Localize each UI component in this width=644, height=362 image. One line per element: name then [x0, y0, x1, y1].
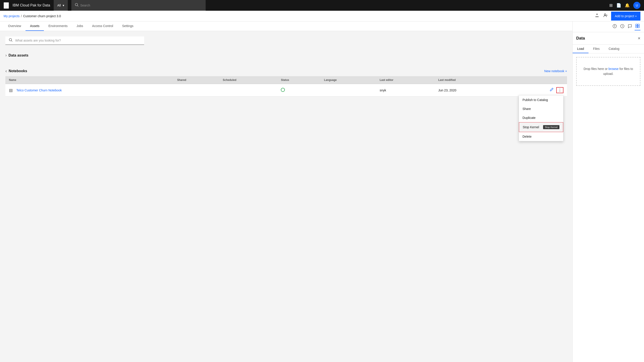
panel-close-button[interactable]: ×	[638, 36, 640, 41]
table-header: Name Shared Scheduled Status Language La…	[5, 76, 567, 84]
tab-access-control[interactable]: Access Control	[88, 21, 118, 31]
section-actions: New notebook +	[544, 69, 567, 73]
svg-rect-16	[636, 26, 637, 28]
context-share[interactable]: Share	[519, 104, 563, 113]
notebook-editor-cell: snyk	[376, 84, 435, 97]
svg-line-4	[78, 5, 78, 6]
tab-settings[interactable]: Settings	[118, 21, 138, 31]
right-panel: Data × Load Files Catalog Drop files her…	[572, 21, 644, 362]
notebook-name-cell: ▤ Telco Customer Churn Notebook	[5, 84, 174, 97]
search-all-dropdown[interactable]: All ▾	[54, 0, 68, 11]
notebook-actions-cell: ⋮ Publish to Catalog Share	[506, 84, 567, 97]
notebooks-header: ‹ Notebooks New notebook +	[5, 66, 567, 76]
app-title: IBM Cloud Pak for Data	[12, 3, 50, 7]
panel-history-icon[interactable]	[620, 23, 625, 30]
drop-zone-text1: Drop files here or	[584, 67, 608, 71]
data-assets-section: › Data assets	[5, 50, 567, 60]
notebook-modified-cell: Jun 23, 2020	[434, 84, 506, 97]
context-publish-to-catalog[interactable]: Publish to Catalog	[519, 95, 563, 104]
upload-icon[interactable]	[594, 12, 600, 19]
panel-title: Data	[576, 36, 585, 41]
notebook-shared-cell	[174, 84, 219, 97]
notebooks-title: Notebooks	[9, 69, 27, 73]
svg-rect-0	[4, 3, 8, 4]
data-assets-chevron: ›	[5, 53, 7, 58]
context-duplicate[interactable]: Duplicate	[519, 113, 563, 122]
right-panel-topbar	[572, 21, 644, 32]
topbar-icons: ⊞ 📄 🔔 U	[609, 2, 640, 9]
col-scheduled: Scheduled	[219, 76, 278, 84]
svg-point-12	[614, 25, 615, 25]
col-actions	[506, 76, 567, 84]
col-last-modified: Last modified	[434, 76, 506, 84]
asset-search-box[interactable]	[5, 36, 144, 45]
context-stop-kernel[interactable]: Stop Kernel Stop Kernel	[519, 122, 563, 132]
panel-tab-catalog[interactable]: Catalog	[604, 45, 624, 53]
panel-content: Drop files here or browse for files to u…	[572, 53, 644, 362]
col-last-editor: Last editor	[376, 76, 435, 84]
svg-line-9	[12, 41, 12, 41]
add-user-icon[interactable]	[602, 12, 608, 19]
document-icon[interactable]: 📄	[616, 3, 621, 8]
tab-assets[interactable]: Assets	[26, 21, 44, 31]
search-input[interactable]	[80, 3, 202, 7]
notebooks-section: ‹ Notebooks New notebook + Name Sh	[5, 66, 567, 97]
edit-button[interactable]	[549, 87, 554, 94]
table-row: ▤ Telco Customer Churn Notebook snyk	[5, 84, 567, 97]
context-menu: Publish to Catalog Share Duplicate	[519, 95, 564, 141]
topbar: IBM Cloud Pak for Data All ▾ ⊞ 📄 🔔 U	[0, 0, 644, 11]
tab-environments[interactable]: Environments	[44, 21, 72, 31]
panel-grid-icon[interactable]	[634, 23, 640, 30]
svg-point-5	[604, 14, 606, 15]
breadcrumb-my-projects[interactable]: My projects	[4, 14, 20, 18]
notebook-name-link[interactable]: Telco Customer Churn Notebook	[16, 88, 62, 92]
svg-point-8	[9, 38, 12, 41]
project-name: Customer churn project 3.0	[23, 14, 61, 18]
context-delete[interactable]: Delete	[519, 132, 563, 141]
notebook-icon: ▤	[9, 88, 13, 93]
panel-tab-load[interactable]: Load	[572, 45, 588, 53]
panel-info-icon[interactable]	[612, 23, 618, 30]
tab-jobs[interactable]: Jobs	[72, 21, 88, 31]
asset-search-icon	[9, 38, 12, 43]
svg-rect-14	[636, 24, 637, 26]
status-circle	[281, 88, 285, 92]
asset-search-input[interactable]	[15, 39, 140, 42]
notebook-status-cell	[277, 84, 320, 97]
chevron-down-icon: ▾	[63, 3, 64, 7]
panel-tab-files[interactable]: Files	[588, 45, 604, 53]
panel-comment-icon[interactable]	[627, 23, 633, 30]
add-to-project-button[interactable]: Add to project +	[611, 12, 640, 20]
data-assets-header[interactable]: › Data assets	[5, 50, 567, 60]
tabs-bar: Overview Assets Environments Jobs Access…	[0, 21, 572, 31]
project-header-actions: Add to project +	[594, 12, 640, 20]
menu-icon[interactable]	[4, 2, 9, 9]
col-shared: Shared	[174, 76, 219, 84]
breadcrumb: My projects / Customer churn project 3.0	[4, 14, 592, 18]
notebook-language-cell	[320, 84, 376, 97]
grid-view-icon[interactable]: ⊞	[609, 3, 613, 8]
col-status: Status	[277, 76, 320, 84]
row-actions: ⋮ Publish to Catalog Share	[509, 87, 564, 94]
browse-link[interactable]: browse	[608, 67, 618, 71]
stop-kernel-tooltip: Stop Kernel	[543, 125, 560, 129]
new-notebook-button[interactable]: New notebook +	[544, 69, 567, 73]
drop-zone[interactable]: Drop files here or browse for files to u…	[576, 57, 640, 86]
panel-tabs: Load Files Catalog	[572, 45, 644, 53]
svg-rect-17	[638, 26, 639, 28]
data-assets-title: Data assets	[8, 53, 28, 57]
col-name: Name	[5, 76, 174, 84]
notebook-scheduled-cell	[219, 84, 278, 97]
overflow-menu-button[interactable]: ⋮	[556, 87, 564, 93]
search-area[interactable]	[72, 0, 206, 11]
tab-overview[interactable]: Overview	[4, 21, 26, 31]
main-layout: Overview Assets Environments Jobs Access…	[0, 21, 644, 362]
svg-rect-2	[4, 6, 8, 6]
notification-icon[interactable]: 🔔	[625, 3, 630, 8]
notebooks-chevron: ‹	[5, 68, 7, 73]
notebooks-table: Name Shared Scheduled Status Language La…	[5, 76, 567, 97]
svg-rect-1	[4, 5, 8, 5]
content-area: › Data assets ‹ Notebooks New notebook +	[0, 31, 572, 107]
overflow-menu-wrapper: ⋮ Publish to Catalog Share	[556, 87, 564, 93]
avatar[interactable]: U	[633, 2, 640, 9]
